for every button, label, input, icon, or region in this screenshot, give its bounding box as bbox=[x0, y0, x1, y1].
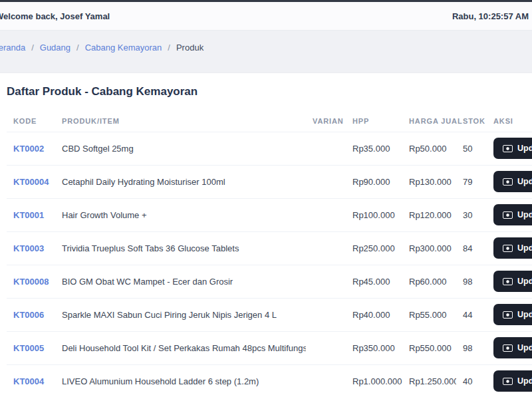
topbar: Welcome back, Josef Yamal Rabu, 10:25:57… bbox=[0, 2, 532, 31]
harga-jual-cell: Rp55.000 bbox=[402, 298, 456, 331]
update-button[interactable]: Update bbox=[493, 204, 532, 225]
table-row: KT0006 Sparkle MAXI Sabun Cuci Piring Je… bbox=[7, 298, 532, 331]
update-button-label: Update bbox=[517, 210, 532, 219]
table-row: KT0005 Deli Household Tool Kit / Set Per… bbox=[7, 331, 532, 364]
stok-cell: 79 bbox=[456, 165, 487, 198]
column-header-harga-jual: HARGA JUAL bbox=[402, 110, 456, 132]
hpp-cell: Rp1.000.000 bbox=[346, 364, 402, 398]
hpp-cell: Rp90.000 bbox=[346, 165, 402, 198]
update-button[interactable]: Update bbox=[493, 237, 532, 259]
table-row: KT0001 Hair Growth Volume + Rp100.000 Rp… bbox=[7, 198, 532, 231]
stok-cell: 84 bbox=[456, 231, 487, 265]
product-code-link[interactable]: KT0003 bbox=[13, 243, 44, 253]
breadcrumb-item-beranda[interactable]: Beranda bbox=[0, 43, 25, 53]
harga-jual-cell: Rp1.250.000 bbox=[402, 364, 456, 398]
stok-cell: 98 bbox=[456, 265, 487, 298]
harga-jual-cell: Rp550.000 bbox=[402, 331, 456, 364]
kode-cell: KT0003 bbox=[7, 231, 55, 265]
harga-jual-cell: Rp120.000 bbox=[402, 198, 456, 231]
varian-cell bbox=[306, 231, 346, 265]
table-header-row: KODEPRODUK/ITEMVARIANHPPHARGA JUALSTOKAK… bbox=[7, 110, 532, 132]
product-code-link[interactable]: KT0004 bbox=[13, 376, 44, 386]
aksi-cell: Update bbox=[487, 132, 532, 165]
varian-cell bbox=[306, 265, 346, 298]
update-button[interactable]: Update bbox=[493, 171, 532, 192]
product-code-link[interactable]: KT0005 bbox=[13, 343, 44, 353]
stok-cell: 30 bbox=[456, 198, 487, 231]
hpp-cell: Rp40.000 bbox=[346, 298, 402, 331]
breadcrumb-item-cabang-kemayoran[interactable]: Cabang Kemayoran bbox=[85, 43, 162, 53]
stok-cell: 40 bbox=[456, 364, 487, 398]
datetime-text: Rabu, 10:25:57 AM bbox=[452, 11, 529, 21]
update-button-label: Update bbox=[517, 243, 532, 253]
table-row: KT00008 BIO GM Obat WC Mampet - Ecer dan… bbox=[7, 265, 532, 298]
product-code-link[interactable]: KT0006 bbox=[13, 310, 44, 320]
stok-cell: 44 bbox=[456, 298, 487, 331]
hpp-cell: Rp35.000 bbox=[346, 132, 402, 165]
aksi-cell: Update bbox=[487, 198, 532, 231]
product-name-cell: Hair Growth Volume + bbox=[55, 198, 306, 231]
update-button[interactable]: Update bbox=[493, 370, 532, 392]
breadcrumb-item-produk: Produk bbox=[176, 43, 203, 53]
update-button[interactable]: Update bbox=[493, 304, 532, 325]
update-button[interactable]: Update bbox=[493, 337, 532, 358]
kode-cell: KT00008 bbox=[7, 265, 55, 298]
cash-icon bbox=[503, 378, 513, 385]
breadcrumb-separator: / bbox=[76, 43, 79, 53]
product-code-link[interactable]: KT0002 bbox=[13, 144, 44, 154]
aksi-cell: Update bbox=[487, 231, 532, 265]
product-code-link[interactable]: KT0001 bbox=[13, 210, 44, 220]
product-code-link[interactable]: KT00008 bbox=[13, 277, 49, 287]
aksi-cell: Update bbox=[487, 364, 532, 398]
product-code-link[interactable]: KT00004 bbox=[13, 177, 49, 187]
hpp-cell: Rp45.000 bbox=[346, 265, 402, 298]
cash-icon bbox=[503, 278, 513, 285]
aksi-cell: Update bbox=[487, 265, 532, 298]
update-button-label: Update bbox=[517, 177, 532, 186]
update-button-label: Update bbox=[517, 343, 532, 352]
column-header-varian: VARIAN bbox=[306, 110, 346, 132]
column-header-hpp: HPP bbox=[346, 110, 402, 132]
column-header-kode: KODE bbox=[7, 110, 55, 132]
table-row: KT00004 Cetaphil Daily Hydrating Moistur… bbox=[7, 165, 532, 198]
aksi-cell: Update bbox=[487, 331, 532, 364]
update-button[interactable]: Update bbox=[493, 138, 532, 159]
kode-cell: KT0005 bbox=[7, 331, 55, 364]
varian-cell bbox=[306, 364, 346, 398]
product-name-cell: Sparkle MAXI Sabun Cuci Piring Jeruk Nip… bbox=[55, 298, 306, 331]
column-header-produk-item: PRODUK/ITEM bbox=[55, 110, 306, 132]
welcome-text: Welcome back, Josef Yamal bbox=[0, 11, 110, 21]
cash-icon bbox=[503, 344, 513, 352]
kode-cell: KT0001 bbox=[7, 198, 55, 231]
hpp-cell: Rp100.000 bbox=[346, 198, 402, 231]
harga-jual-cell: Rp300.000 bbox=[402, 231, 456, 265]
update-button-label: Update bbox=[517, 310, 532, 319]
content-card: Daftar Produk - Cabang Kemayoran KODEPRO… bbox=[0, 73, 532, 399]
varian-cell bbox=[306, 165, 346, 198]
update-button[interactable]: Update bbox=[493, 271, 532, 292]
varian-cell bbox=[306, 198, 346, 231]
product-name-cell: LIVEO Alumunium Household Ladder 6 step … bbox=[55, 364, 306, 398]
kode-cell: KT0002 bbox=[7, 132, 55, 165]
cash-icon bbox=[503, 311, 513, 319]
breadcrumb: Beranda/Gudang/Cabang Kemayoran/Produk bbox=[0, 43, 203, 53]
products-table: KODEPRODUK/ITEMVARIANHPPHARGA JUALSTOKAK… bbox=[7, 110, 532, 398]
stok-cell: 50 bbox=[456, 132, 487, 165]
kode-cell: KT0006 bbox=[7, 298, 55, 331]
cash-icon bbox=[503, 178, 513, 186]
breadcrumb-item-gudang[interactable]: Gudang bbox=[40, 43, 70, 53]
product-name-cell: Cetaphil Daily Hydrating Moisturiser 100… bbox=[55, 165, 306, 198]
update-button-label: Update bbox=[517, 144, 532, 153]
product-name-cell: Deli Household Tool Kit / Set Perkakas R… bbox=[55, 331, 306, 364]
table-row: KT0004 LIVEO Alumunium Household Ladder … bbox=[7, 364, 532, 398]
cash-icon bbox=[503, 211, 513, 219]
kode-cell: KT00004 bbox=[7, 165, 55, 198]
varian-cell bbox=[306, 331, 346, 364]
table-row: KT0003 Trividia Trueplus Soft Tabs 36 Gl… bbox=[7, 231, 532, 265]
update-button-label: Update bbox=[517, 376, 532, 386]
update-button-label: Update bbox=[517, 277, 532, 286]
product-name-cell: Trividia Trueplus Soft Tabs 36 Glucose T… bbox=[55, 231, 306, 265]
aksi-cell: Update bbox=[487, 165, 532, 198]
hpp-cell: Rp350.000 bbox=[346, 331, 402, 364]
harga-jual-cell: Rp50.000 bbox=[402, 132, 456, 165]
